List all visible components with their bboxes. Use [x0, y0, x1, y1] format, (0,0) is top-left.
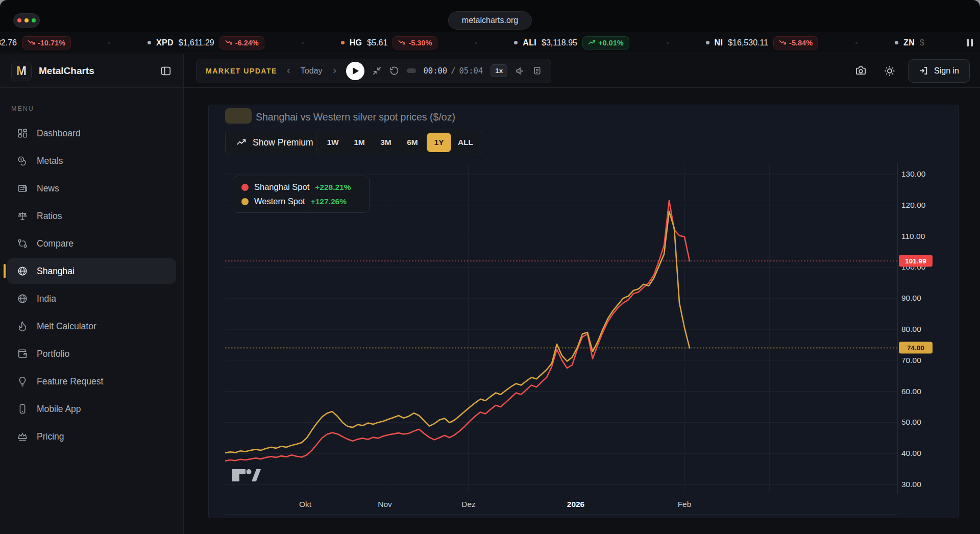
transcript-icon[interactable] — [533, 66, 542, 76]
sidebar-item-pricing[interactable]: Pricing — [7, 424, 176, 449]
address-bar[interactable]: metalcharts.org — [448, 11, 532, 30]
y-axis-label: 130.00 — [901, 169, 925, 179]
phone-icon — [16, 403, 29, 415]
ticker-price: $1,611.29 — [179, 38, 214, 47]
today-label[interactable]: Today — [301, 66, 323, 76]
sidebar-item-dashboard[interactable]: Dashboard — [7, 120, 176, 146]
trending-down-icon — [779, 39, 787, 47]
price-badge: 74.00 — [899, 342, 933, 354]
title-swatch — [225, 108, 252, 124]
play-button[interactable] — [346, 62, 364, 80]
ticker-price: $ — [920, 38, 924, 47]
y-axis-label: 40.00 — [901, 449, 921, 458]
window-controls[interactable] — [13, 13, 40, 28]
sidebar-item-news[interactable]: News — [7, 176, 176, 201]
sidebar: M MetalCharts MENU DashboardMetalsNewsRa… — [0, 54, 184, 534]
screenshot-camera-icon[interactable] — [850, 61, 871, 81]
ticker-item[interactable]: NI$16,530.11-5.84% — [706, 36, 818, 50]
sidebar-item-label: India — [37, 294, 56, 304]
ticker-change-badge: -5.30% — [393, 36, 437, 50]
ticker-price: 932.76 — [0, 38, 17, 47]
playback-time: 00:00 / 05:04 — [424, 66, 483, 76]
sidebar-item-label: Shanghai — [37, 266, 75, 277]
y-axis-label: 60.00 — [901, 387, 921, 396]
legend-row: Western Spot+127.26% — [241, 197, 361, 206]
ticker-separator-dot — [475, 42, 477, 44]
ticker-symbol: ALI — [523, 38, 536, 47]
x-axis-label: Feb — [678, 500, 692, 509]
y-axis-label: 90.00 — [901, 294, 921, 303]
logo-letter: M — [16, 64, 27, 78]
ticker-symbol: NI — [715, 38, 723, 47]
restart-icon[interactable] — [389, 66, 399, 76]
sidebar-item-metals[interactable]: Metals — [7, 148, 176, 174]
x-axis[interactable]: OktNovDez2026Feb — [225, 493, 897, 515]
sign-in-icon — [919, 66, 928, 76]
legend-series-name: Western Spot — [254, 197, 305, 206]
app-logo[interactable]: M — [11, 61, 32, 81]
close-window-icon[interactable] — [17, 18, 21, 22]
brand-name: MetalCharts — [39, 65, 153, 77]
ticker-item[interactable]: XPD$1,611.29-6.24% — [148, 36, 264, 50]
ticker-change-value: -6.24% — [235, 39, 259, 47]
globe-icon — [16, 293, 29, 305]
sidebar-item-label: Portfolio — [37, 349, 69, 359]
sidebar-item-feature-request[interactable]: Feature Request — [7, 369, 176, 394]
sidebar-item-label: Dashboard — [37, 128, 81, 139]
range-button-all[interactable]: ALL — [453, 133, 478, 152]
playback-speed-button[interactable]: 1x — [491, 64, 507, 77]
time-range-selector: 1W1M3M6M1YALL — [316, 130, 482, 155]
collapse-icon[interactable] — [372, 66, 382, 76]
ticker-change-badge: +0.01% — [582, 36, 629, 50]
progress-indicator — [407, 68, 416, 73]
legend-dot-icon — [241, 184, 249, 191]
y-axis-label: 80.00 — [901, 325, 921, 334]
trending-down-icon — [398, 39, 406, 47]
range-button-6m[interactable]: 6M — [400, 133, 425, 152]
sidebar-item-compare[interactable]: Compare — [7, 231, 176, 256]
ticker-price: $5.61 — [367, 38, 387, 47]
range-button-3m[interactable]: 3M — [374, 133, 398, 152]
sidebar-item-india[interactable]: India — [7, 286, 176, 311]
trending-down-icon — [28, 39, 35, 47]
previous-day-button[interactable] — [285, 67, 293, 75]
sidebar-item-melt-calculator[interactable]: Melt Calculator — [7, 313, 176, 339]
y-axis-label: 30.00 — [901, 480, 921, 489]
ticker-symbol-dot-icon — [895, 41, 898, 44]
sidebar-toggle-icon[interactable] — [160, 65, 172, 77]
sidebar-item-portfolio[interactable]: Portfolio — [7, 341, 176, 367]
ticker-item[interactable]: ZN$ — [895, 38, 924, 47]
minimize-window-icon[interactable] — [24, 18, 29, 22]
chart-legend: Shanghai Spot+228.21%Western Spot+127.26… — [233, 176, 370, 213]
theme-toggle-sun-icon[interactable] — [879, 61, 900, 81]
sidebar-item-mobile-app[interactable]: Mobile App — [7, 396, 176, 422]
price-badge: 101.99 — [899, 255, 933, 267]
legend-series-name: Shanghai Spot — [254, 182, 309, 192]
ticker-pause-button[interactable] — [967, 39, 973, 46]
ticker-change-value: -5.30% — [408, 39, 432, 47]
chart-title: Shanghai vs Western silver spot prices (… — [256, 111, 455, 123]
sidebar-menu: DashboardMetalsNewsRatiosCompareShanghai… — [0, 119, 183, 450]
ticker-item[interactable]: ALI$3,118.95+0.01% — [514, 36, 629, 50]
sidebar-item-label: Melt Calculator — [37, 321, 96, 332]
sign-in-button[interactable]: Sign in — [908, 59, 970, 83]
range-button-1w[interactable]: 1W — [321, 133, 345, 152]
sidebar-item-ratios[interactable]: Ratios — [7, 203, 176, 229]
y-axis-label: 110.00 — [901, 232, 925, 241]
ticker-symbol: ZN — [903, 38, 915, 47]
maximize-window-icon[interactable] — [32, 18, 36, 22]
range-button-1y[interactable]: 1Y — [427, 133, 451, 152]
ticker-symbol: XPD — [156, 38, 174, 47]
sidebar-item-label: Pricing — [37, 431, 64, 442]
sidebar-header: M MetalCharts — [0, 54, 183, 88]
sidebar-item-shanghai[interactable]: Shanghai — [7, 258, 176, 284]
next-day-button[interactable] — [330, 67, 338, 75]
volume-icon[interactable] — [515, 66, 525, 76]
range-button-1m[interactable]: 1M — [347, 133, 372, 152]
ticker-item[interactable]: 932.76-10.71% — [0, 36, 71, 50]
ticker-item[interactable]: HG$5.61-5.30% — [341, 36, 438, 50]
ticker-symbol-dot-icon — [514, 41, 518, 44]
show-premium-button[interactable]: Show Premium — [225, 130, 324, 155]
tradingview-logo[interactable] — [232, 469, 261, 484]
ticker-separator-dot — [855, 42, 857, 44]
